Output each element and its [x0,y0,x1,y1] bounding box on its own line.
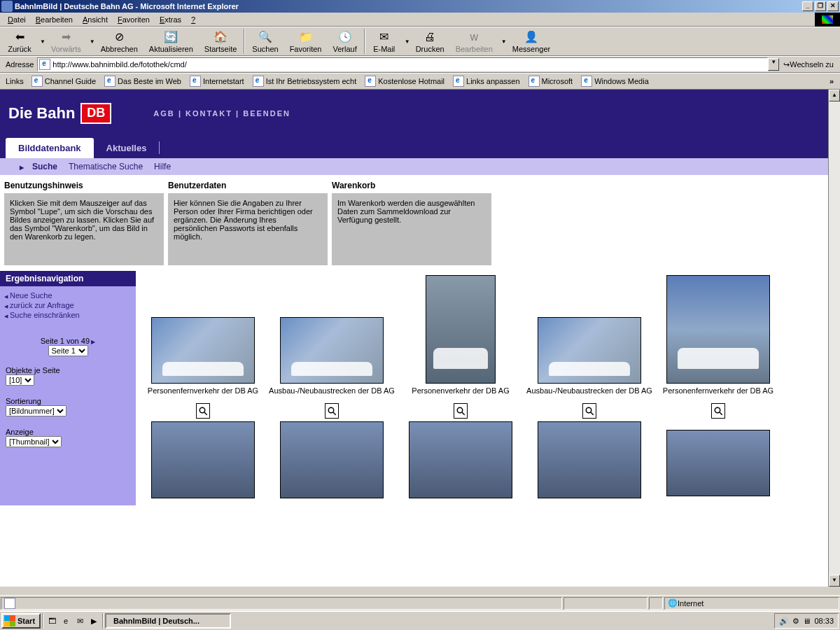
menu-ansicht[interactable]: Ansicht [78,14,113,25]
start-button[interactable]: Start [1,613,41,629]
menu-extras[interactable]: Extras [155,14,186,25]
link-channel-guide[interactable]: Channel Guide [27,76,100,87]
sidebar-einschraenken[interactable]: Suche einschränken [4,310,132,320]
forward-dropdown[interactable]: ▼ [90,38,95,45]
thumbnail-image[interactable] [280,421,384,498]
info-title: Benutzerdaten [168,181,328,190]
svg-point-8 [715,407,720,413]
brand: Die Bahn DB [8,103,111,124]
url-dropdown[interactable]: ▼ [768,58,779,71]
taskbar-task[interactable]: BahnImBild | Deutsch... [105,613,231,629]
url-box[interactable] [37,57,768,71]
menu-datei[interactable]: Datei [3,14,31,25]
thumb-caption: Personenfernverkehr der DB AG [146,384,260,402]
thumbnail-image[interactable] [666,430,770,496]
magnify-button[interactable] [454,403,468,419]
ie-icon [1,1,13,12]
pager-next[interactable] [90,337,95,345]
forward-button[interactable]: ➡Vorwärts [46,27,87,55]
thumbnail-image[interactable] [280,317,384,384]
thumbnail-image[interactable] [538,421,641,498]
link-das-beste[interactable]: Das Beste im Web [100,76,186,87]
menu-favoriten[interactable]: Favoriten [113,14,155,25]
magnify-button[interactable] [582,403,596,419]
mail-button[interactable]: ✉E-Mail [367,27,402,55]
link-hotmail[interactable]: Kostenlose Hotmail [360,76,449,87]
tray-clock[interactable]: 08:33 [814,617,834,625]
quicklaunch-outlook-icon[interactable]: ✉ [74,615,86,627]
url-input[interactable] [52,60,766,69]
thumb-item: Ausbau-/Neubaustrecken der DB AG [525,275,654,419]
link-agb[interactable]: AGB [153,109,174,118]
history-button[interactable]: 🕓Verlauf [327,27,362,55]
pager-text: Seite 1 von 49 [41,337,90,345]
menu-bearbeiten[interactable]: Bearbeiten [31,14,78,25]
thumbnail-image[interactable] [409,421,512,498]
mail-dropdown[interactable]: ▼ [405,38,410,45]
magnify-button[interactable] [196,403,210,419]
search-icon: 🔍 [258,30,272,44]
thumbnail-image[interactable] [151,317,255,384]
scroll-up-button[interactable]: ▲ [829,90,840,102]
tab-aktuelles[interactable]: Aktuelles [94,138,160,158]
vertical-scrollbar[interactable]: ▲ ▼ [828,90,840,587]
scroll-down-button[interactable]: ▼ [829,575,840,587]
tab-bilddatenbank[interactable]: Bilddatenbank [6,138,94,158]
search-button[interactable]: 🔍Suchen [246,27,284,55]
info-strip: Benutzungshinweis Klicken Sie mit dem Ma… [0,175,828,271]
subnav-hilfe[interactable]: Hilfe [148,162,176,172]
sort-select[interactable]: [Bildnummer] [6,405,66,416]
quicklaunch-ie-icon[interactable]: e [59,615,72,627]
tray-app-icon[interactable]: ⚙ [792,617,799,626]
thumbnail-image[interactable] [538,317,641,384]
links-bar: Links Channel Guide Das Beste im Web Int… [0,73,840,90]
link-links-anpassen[interactable]: Links anpassen [449,76,524,87]
go-button[interactable]: ↪ Wechseln zu [779,60,838,69]
links-overflow[interactable]: » [825,77,838,85]
stop-button[interactable]: ⊘Abbrechen [95,27,144,55]
link-internetstart[interactable]: Internetstart [186,76,248,87]
quicklaunch-media-icon[interactable]: ▶ [88,615,100,627]
magnify-button[interactable] [325,403,339,419]
quicklaunch-desktop-icon[interactable]: 🗔 [46,615,58,627]
scroll-track[interactable] [829,102,840,575]
restore-button[interactable]: ❐ [815,1,826,11]
tray-volume-icon[interactable]: 🔊 [779,617,789,626]
link-microsoft[interactable]: Microsoft [524,76,578,87]
edit-dropdown[interactable]: ▼ [501,38,507,45]
mail-icon: ✉ [377,30,391,44]
refresh-button[interactable]: 🔄Aktualisieren [144,27,199,55]
back-button[interactable]: ⬅Zurück [2,27,37,55]
home-button[interactable]: 🏠Startseite [199,27,242,55]
link-beenden[interactable]: BEENDEN [243,109,290,118]
link-betriebssystem[interactable]: Ist Ihr Betriebssystem echt [248,76,361,87]
sub-nav: Suche Thematische Suche Hilfe [0,158,828,175]
edit-button[interactable]: wBearbeiten [450,27,498,55]
subnav-suche[interactable]: Suche [20,162,63,172]
thumbnail-image[interactable] [666,275,770,384]
svg-line-3 [333,412,336,415]
menu-help[interactable]: ? [186,14,200,25]
sidebar-neue-suche[interactable]: Neue Suche [4,290,132,300]
close-button[interactable]: ✕ [827,1,839,11]
favorites-button[interactable]: 📁Favoriten [284,27,328,55]
messenger-button[interactable]: 👤Messenger [507,27,556,55]
perpage-select[interactable]: [10] [6,374,34,386]
svg-point-0 [200,407,205,413]
minimize-button[interactable]: _ [802,1,813,11]
magnify-button[interactable] [711,403,725,419]
link-kontakt[interactable]: KONTAKT [186,109,232,118]
print-button[interactable]: 🖨Drucken [410,27,450,55]
svg-line-7 [591,412,594,415]
page-select[interactable]: Seite 1 [48,345,88,356]
view-select[interactable]: [Thumbnail] [6,436,62,447]
top-links: AGB | KONTAKT | BEENDEN [153,109,290,118]
tray-network-icon[interactable]: 🖥 [803,617,811,625]
thumbnail-image[interactable] [151,421,255,498]
subnav-thematische[interactable]: Thematische Suche [63,162,148,172]
back-dropdown[interactable]: ▼ [40,38,46,45]
thumbnail-image[interactable] [426,275,496,384]
svg-line-9 [720,412,722,415]
sidebar-zurueck[interactable]: zurück zur Anfrage [4,300,132,310]
link-windows-media[interactable]: Windows Media [577,76,653,87]
